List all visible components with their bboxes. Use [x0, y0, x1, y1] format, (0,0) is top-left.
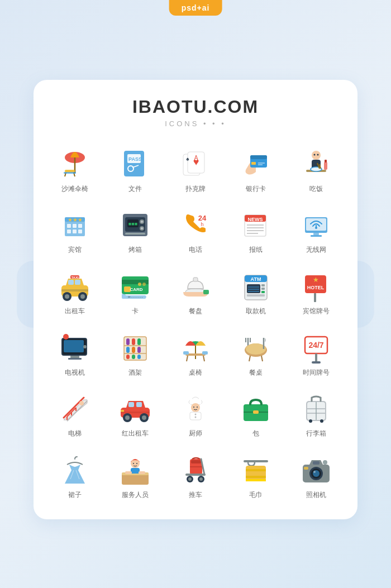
- svg-rect-120: [183, 351, 189, 355]
- towel-label: 毛巾: [249, 491, 263, 500]
- atm-icon: ATM: [239, 269, 273, 304]
- taxi-label: 出租车: [65, 307, 85, 316]
- icon-item-dining-table: 餐桌: [226, 325, 286, 381]
- dish-icon: [178, 269, 213, 304]
- svg-rect-102: [68, 358, 82, 360]
- svg-rect-121: [202, 351, 208, 355]
- svg-rect-31: [65, 221, 85, 236]
- icon-item-newspaper: NEWS 报纸: [226, 202, 286, 258]
- svg-rect-29: [324, 162, 327, 170]
- wifi-icon: [299, 208, 333, 242]
- time-sign-icon: 24/7: [299, 331, 333, 365]
- icon-item-hotel: ★★★ 宾馆: [45, 202, 105, 258]
- card-label: 卡: [132, 307, 139, 316]
- svg-point-166: [309, 419, 312, 423]
- icon-item-wifi: 无线网: [286, 202, 346, 258]
- hotel-sign-label: 宾馆牌号: [303, 307, 330, 316]
- svg-rect-80: [193, 278, 198, 281]
- towel-icon: [239, 453, 273, 487]
- svg-line-119: [203, 356, 204, 361]
- icon-item-camera: 照相机: [286, 447, 346, 503]
- svg-text:PASS: PASS: [128, 156, 142, 162]
- bag-label: 包: [252, 429, 259, 438]
- svg-point-67: [65, 294, 69, 299]
- svg-point-78: [142, 283, 146, 286]
- svg-rect-113: [126, 355, 130, 359]
- icon-item-poker: ♥ A ♠ 扑克牌: [165, 141, 226, 197]
- svg-rect-145: [136, 402, 142, 407]
- svg-point-77: [138, 283, 141, 286]
- svg-rect-99: [64, 340, 84, 352]
- svg-rect-156: [190, 412, 201, 420]
- eating-icon: [299, 147, 333, 181]
- icon-item-tv: 电视机: [45, 325, 105, 381]
- svg-point-200: [323, 460, 327, 465]
- svg-rect-64: [68, 280, 74, 285]
- chef-icon: [178, 391, 213, 426]
- svg-rect-48: [125, 233, 145, 235]
- svg-rect-174: [131, 468, 140, 474]
- service-staff-label: 服务人员: [122, 491, 149, 500]
- icon-item-time-sign: 24/7 时间牌号: [286, 325, 346, 381]
- svg-rect-85: [247, 284, 260, 293]
- svg-rect-188: [244, 460, 268, 462]
- svg-text:ATM: ATM: [251, 276, 261, 282]
- svg-point-177: [133, 463, 134, 464]
- svg-rect-37: [67, 230, 71, 233]
- svg-rect-144: [128, 402, 134, 407]
- icon-item-red-taxi: 红出租车: [105, 386, 165, 442]
- svg-rect-101: [70, 356, 79, 358]
- bank-card-icon: [239, 147, 273, 181]
- wifi-label: 无线网: [306, 246, 326, 255]
- svg-text:♠: ♠: [186, 156, 189, 162]
- oven-icon: ■■■: [118, 208, 152, 242]
- svg-rect-192: [246, 479, 266, 481]
- svg-point-160: [197, 407, 198, 408]
- bag-icon: [239, 391, 273, 426]
- icon-item-table-chair: 桌椅: [165, 325, 226, 381]
- dress-label: 裙子: [68, 491, 82, 500]
- bank-card-label: 银行卡: [246, 185, 266, 194]
- icon-item-oven: ■■■ 烤箱: [105, 202, 165, 258]
- svg-rect-114: [132, 355, 135, 359]
- svg-rect-61: [313, 233, 319, 235]
- svg-text:★★★: ★★★: [68, 217, 83, 223]
- icon-item-bank-card: 银行卡: [226, 141, 286, 197]
- tv-label: 电视机: [65, 369, 85, 377]
- svg-point-158: [195, 417, 197, 418]
- svg-point-155: [191, 403, 200, 412]
- svg-rect-176: [139, 471, 145, 474]
- svg-rect-39: [78, 230, 82, 233]
- svg-point-167: [320, 419, 323, 423]
- icon-item-luggage: 行李箱: [286, 386, 346, 442]
- icon-item-file: PASS 文件: [105, 141, 165, 197]
- svg-rect-190: [246, 469, 266, 471]
- red-taxi-label: 红出租车: [122, 429, 149, 438]
- svg-rect-34: [67, 224, 71, 228]
- svg-rect-5: [64, 172, 76, 174]
- svg-rect-87: [261, 288, 265, 290]
- card-subtitle: ICONS: [45, 119, 346, 128]
- oven-label: 烤箱: [128, 246, 142, 255]
- svg-point-173: [131, 459, 140, 468]
- site-title: IBAOTU.COM: [45, 97, 346, 117]
- dress-icon: [58, 453, 92, 487]
- poker-icon: ♥ A ♠: [178, 147, 213, 181]
- icon-item-dish: 餐盘: [165, 264, 226, 319]
- svg-point-178: [136, 463, 137, 464]
- phone-label: 电话: [189, 246, 202, 255]
- svg-rect-107: [126, 338, 130, 345]
- svg-point-142: [79, 401, 84, 405]
- svg-rect-36: [78, 224, 82, 228]
- icon-item-towel: 毛巾: [226, 447, 286, 503]
- svg-text:✂ - - - - - -: ✂ - - - - - -: [128, 295, 143, 299]
- svg-rect-62: [311, 235, 322, 237]
- svg-text:TAXI: TAXI: [71, 276, 79, 279]
- svg-line-118: [187, 356, 188, 361]
- svg-rect-152: [121, 412, 150, 413]
- time-sign-label: 时间牌号: [303, 369, 330, 377]
- table-chair-label: 桌椅: [189, 369, 202, 377]
- svg-rect-86: [261, 284, 265, 286]
- svg-rect-115: [137, 355, 141, 359]
- icon-item-escalator: 电梯: [45, 386, 105, 442]
